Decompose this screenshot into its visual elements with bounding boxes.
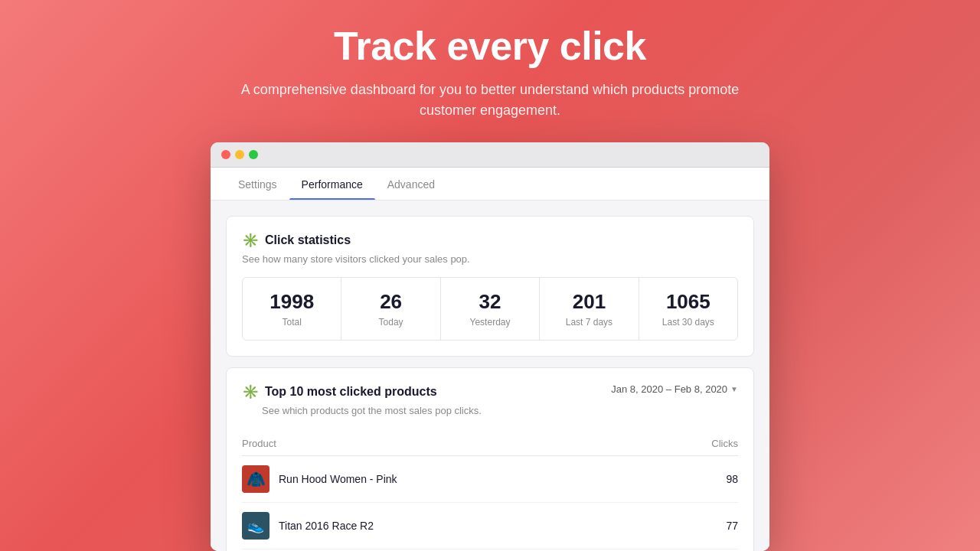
browser-window: Settings Performance Advanced ✳️ Click s… xyxy=(211,142,769,551)
stat-7days-label: Last 7 days xyxy=(549,317,629,328)
product-name: Titan 2016 Race R2 xyxy=(279,520,374,532)
top-products-title: Top 10 most clicked products xyxy=(265,385,437,399)
browser-content: Settings Performance Advanced ✳️ Click s… xyxy=(211,168,769,551)
top-products-subtitle: See which products got the most sales po… xyxy=(262,405,482,416)
hero-title: Track every click xyxy=(334,23,646,69)
tab-settings[interactable]: Settings xyxy=(226,168,289,200)
product-clicks: 98 xyxy=(726,473,738,485)
top-products-header: ✳️ Top 10 most clicked products xyxy=(242,383,482,400)
stat-30days-value: 1065 xyxy=(648,290,728,314)
stat-7days: 201 Last 7 days xyxy=(540,278,639,340)
product-thumbnail: 🧥 xyxy=(242,465,270,493)
traffic-light-yellow[interactable] xyxy=(235,150,244,159)
product-left: 👟 Titan 2016 Race R2 xyxy=(242,512,374,540)
table-row: 🧥 Run Hood Women - Pink 98 xyxy=(242,456,738,503)
stat-today: 26 Today xyxy=(341,278,440,340)
tab-bar: Settings Performance Advanced xyxy=(211,168,769,201)
click-stats-subtitle: See how many store visitors clicked your… xyxy=(242,253,738,265)
stat-yesterday-value: 32 xyxy=(450,290,530,314)
click-stats-header: ✳️ Click statistics xyxy=(242,232,738,249)
top-products-title-group: ✳️ Top 10 most clicked products See whic… xyxy=(242,383,482,429)
col-product-header: Product xyxy=(242,438,276,449)
product-clicks: 77 xyxy=(726,520,738,532)
tab-performance[interactable]: Performance xyxy=(289,168,375,200)
stat-30days-label: Last 30 days xyxy=(648,317,728,328)
top-products-header-row: ✳️ Top 10 most clicked products See whic… xyxy=(242,383,738,429)
tab-advanced[interactable]: Advanced xyxy=(375,168,447,200)
stat-yesterday-label: Yesterday xyxy=(450,317,530,328)
product-thumbnail: 👟 xyxy=(242,512,270,540)
product-name: Run Hood Women - Pink xyxy=(279,473,397,485)
stat-30days: 1065 Last 30 days xyxy=(639,278,737,340)
date-range-label: Jan 8, 2020 – Feb 8, 2020 xyxy=(611,383,727,395)
hero-subtitle: A comprehensive dashboard for you to bet… xyxy=(222,80,758,121)
click-stats-icon: ✳️ xyxy=(242,232,259,249)
top-products-card: ✳️ Top 10 most clicked products See whic… xyxy=(226,367,754,551)
stat-total-label: Total xyxy=(252,317,332,328)
browser-header xyxy=(211,142,769,168)
traffic-light-red[interactable] xyxy=(221,150,230,159)
table-row: 👟 Titan 2016 Race R2 77 xyxy=(242,503,738,549)
stat-total-value: 1998 xyxy=(252,290,332,314)
stat-today-label: Today xyxy=(351,317,430,328)
click-statistics-card: ✳️ Click statistics See how many store v… xyxy=(226,216,754,357)
click-stats-title: Click statistics xyxy=(265,233,351,247)
main-content: ✳️ Click statistics See how many store v… xyxy=(211,201,769,551)
stat-total: 1998 Total xyxy=(243,278,341,340)
col-clicks-header: Clicks xyxy=(711,438,738,449)
traffic-light-green[interactable] xyxy=(249,150,258,159)
chevron-down-icon: ▼ xyxy=(730,385,738,393)
stat-today-value: 26 xyxy=(351,290,430,314)
stats-row: 1998 Total 26 Today 32 Yesterday 201 Las… xyxy=(242,277,738,341)
stat-7days-value: 201 xyxy=(549,290,629,314)
stat-yesterday: 32 Yesterday xyxy=(441,278,540,340)
product-left: 🧥 Run Hood Women - Pink xyxy=(242,465,397,493)
top-products-icon: ✳️ xyxy=(242,383,259,400)
date-range-selector[interactable]: Jan 8, 2020 – Feb 8, 2020 ▼ xyxy=(611,383,738,395)
table-header: Product Clicks xyxy=(242,432,738,456)
